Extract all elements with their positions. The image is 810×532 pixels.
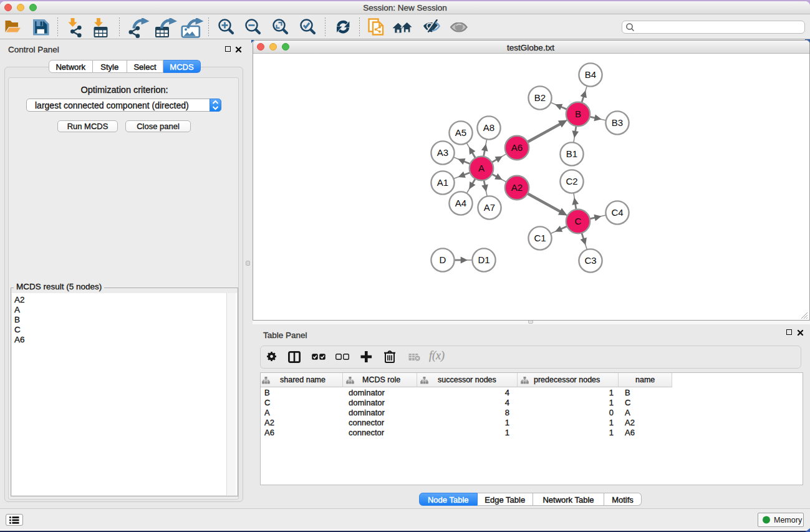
svg-text:A6: A6 [511,142,523,153]
svg-text:A2: A2 [511,182,523,193]
svg-text:A: A [478,163,485,173]
svg-text:C2: C2 [566,176,577,186]
svg-text:C: C [575,216,582,226]
svg-text:D: D [440,254,446,265]
svg-text:B2: B2 [534,92,546,103]
svg-text:C1: C1 [534,233,546,243]
svg-text:A5: A5 [455,127,466,138]
svg-text:A1: A1 [437,177,448,188]
svg-text:Memory: Memory [774,516,803,525]
svg-text:A3: A3 [437,147,448,158]
svg-text:B1: B1 [566,148,577,159]
svg-text:C4: C4 [611,207,623,218]
svg-text:B4: B4 [585,69,596,80]
svg-text:C3: C3 [584,255,596,266]
svg-text:B: B [575,109,581,119]
svg-text:B3: B3 [612,117,623,128]
svg-text:D1: D1 [478,254,489,265]
svg-text:A4: A4 [455,198,466,208]
svg-text:A7: A7 [484,202,495,213]
svg-text:A8: A8 [483,122,494,133]
